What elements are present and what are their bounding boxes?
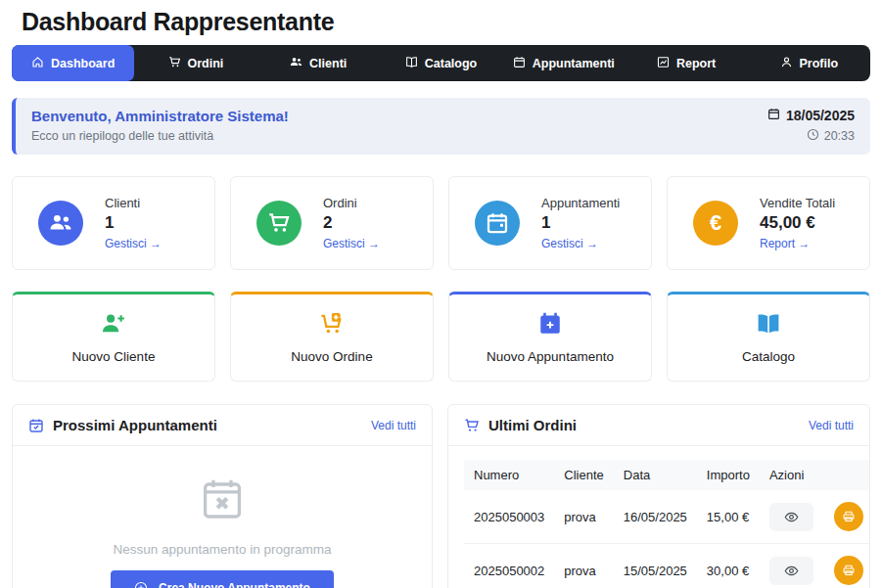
orders-table-wrap: Numero Cliente Data Importo Azioni 20250…	[448, 446, 869, 588]
nav-tab-profilo[interactable]: Profilo	[748, 45, 870, 81]
quick-actions-row: Nuovo Cliente Nuovo Ordine Nuovo Appunta…	[12, 292, 870, 382]
cart-icon	[256, 201, 302, 246]
stat-card-ordini: Ordini 2 Gestisci →	[230, 176, 434, 270]
nav-tab-appuntamenti[interactable]: Appuntamenti	[502, 45, 625, 81]
people-icon	[290, 56, 302, 71]
stat-link-gestisci[interactable]: Gestisci →	[323, 237, 380, 250]
stat-value: 1	[541, 213, 620, 233]
page-title: Dashboard Rappresentante	[22, 8, 882, 36]
calendar-icon	[767, 108, 780, 123]
orders-panel-title: Ultimi Ordini	[464, 417, 577, 433]
col-azioni: Azioni	[760, 460, 870, 490]
stat-link-report[interactable]: Report →	[760, 237, 835, 250]
person-plus-icon	[101, 311, 126, 337]
order-row: 2025050002 prova 15/05/2025 30,00 €	[464, 544, 870, 588]
see-all-orders-link[interactable]: Vedi tutti	[809, 419, 854, 432]
order-data: 15/05/2025	[614, 544, 697, 588]
order-cliente: prova	[554, 544, 613, 588]
order-row: 2025050003 prova 16/05/2025 15,00 €	[464, 490, 870, 544]
panel-title-text: Ultimi Ordini	[488, 417, 577, 433]
cart-icon	[464, 418, 480, 433]
quick-label: Catalogo	[742, 349, 795, 364]
people-icon	[38, 201, 83, 246]
stat-value: 2	[323, 213, 380, 233]
order-numero: 2025050002	[464, 544, 554, 588]
cart-icon	[168, 56, 181, 71]
appointments-panel-header: Prossimi Appuntamenti Vedi tutti	[13, 405, 432, 446]
print-order-button[interactable]	[834, 556, 863, 585]
nav-tab-label: Clienti	[309, 57, 347, 70]
col-numero: Numero	[464, 460, 554, 490]
order-data: 16/05/2025	[614, 490, 697, 544]
orders-table-header-row: Numero Cliente Data Importo Azioni	[464, 460, 870, 490]
datetime-display: 18/05/2025 20:33	[767, 108, 855, 144]
col-data: Data	[614, 460, 697, 490]
quick-label: Nuovo Ordine	[291, 349, 372, 364]
view-order-button[interactable]	[769, 557, 813, 585]
stat-card-vendite: € Vendite Totali 45,00 € Report →	[667, 176, 870, 270]
stat-label: Appuntamenti	[541, 196, 620, 210]
create-appointment-button[interactable]: Crea Nuovo Appuntamento	[111, 570, 334, 588]
calendar-icon	[513, 56, 526, 71]
stat-value: 45,00 €	[760, 213, 835, 233]
order-cliente: prova	[554, 490, 613, 544]
orders-panel: Ultimi Ordini Vedi tutti Numero Cliente …	[447, 404, 870, 588]
quick-card-nuovo-cliente[interactable]: Nuovo Cliente	[12, 292, 215, 382]
print-order-button[interactable]	[834, 502, 863, 531]
clock-icon	[807, 128, 819, 144]
welcome-text: Benvenuto, Amministratore Sistema! Ecco …	[31, 108, 289, 144]
nav-tab-clienti[interactable]: Clienti	[257, 45, 380, 81]
orders-table: Numero Cliente Data Importo Azioni 20250…	[464, 460, 870, 588]
appointments-panel-title: Prossimi Appuntamenti	[28, 417, 217, 433]
calendar-icon	[475, 201, 520, 246]
quick-card-nuovo-appuntamento[interactable]: Nuovo Appuntamento	[448, 292, 652, 382]
dashboard-page: Dashboard Rappresentante Dashboard Ordin…	[0, 0, 882, 588]
stat-link-gestisci[interactable]: Gestisci →	[541, 237, 620, 250]
nav-tab-catalogo[interactable]: Catalogo	[380, 45, 502, 81]
printer-icon	[842, 510, 856, 523]
time-value: 20:33	[824, 129, 855, 143]
appointments-panel: Prossimi Appuntamenti Vedi tutti Nessun …	[12, 404, 433, 588]
nav-tab-label: Ordini	[188, 57, 224, 70]
col-cliente: Cliente	[554, 460, 613, 490]
cart-plus-icon	[319, 311, 345, 337]
order-actions	[769, 556, 870, 585]
nav-tab-dashboard[interactable]: Dashboard	[12, 45, 134, 81]
appointments-empty-state: Nessun appuntamento in programma Crea Nu…	[13, 446, 432, 588]
printer-icon	[842, 564, 856, 577]
stat-label: Vendite Totali	[760, 196, 835, 210]
person-icon	[780, 56, 793, 71]
home-icon	[31, 56, 44, 71]
see-all-appointments-link[interactable]: Vedi tutti	[371, 419, 416, 432]
calendar-check-icon	[28, 418, 44, 433]
nav-tab-ordini[interactable]: Ordini	[134, 45, 256, 81]
book-icon	[756, 311, 781, 337]
orders-panel-header: Ultimi Ordini Vedi tutti	[448, 405, 869, 446]
col-importo: Importo	[697, 460, 760, 490]
view-order-button[interactable]	[769, 503, 813, 531]
nav-tab-report[interactable]: Report	[625, 45, 747, 81]
nav-tab-label: Appuntamenti	[533, 57, 615, 70]
stat-link-gestisci[interactable]: Gestisci →	[105, 237, 162, 250]
quick-label: Nuovo Cliente	[72, 349, 156, 364]
stat-card-appuntamenti: Appuntamenti 1 Gestisci →	[448, 176, 652, 270]
stat-label: Ordini	[323, 196, 380, 210]
nav-tab-label: Profilo	[800, 57, 839, 70]
bottom-panels: Prossimi Appuntamenti Vedi tutti Nessun …	[12, 404, 870, 588]
date-display: 18/05/2025	[767, 108, 855, 123]
quick-card-nuovo-ordine[interactable]: Nuovo Ordine	[230, 292, 434, 382]
stat-value: 1	[105, 213, 162, 233]
empty-appointments-text: Nessun appuntamento in programma	[13, 542, 432, 557]
stats-row: Clienti 1 Gestisci → Ordini 2 Gestisci →…	[12, 176, 870, 270]
eye-icon	[784, 564, 799, 578]
welcome-title: Benvenuto, Amministratore Sistema!	[31, 108, 289, 124]
quick-card-catalogo[interactable]: Catalogo	[667, 292, 870, 382]
eye-icon	[784, 510, 799, 524]
order-importo: 15,00 €	[697, 490, 760, 544]
welcome-banner: Benvenuto, Amministratore Sistema! Ecco …	[12, 98, 870, 155]
order-numero: 2025050003	[464, 490, 554, 544]
calendar-plus-icon	[537, 311, 563, 337]
welcome-subtitle: Ecco un riepilogo delle tue attività	[31, 129, 289, 143]
quick-label: Nuovo Appuntamento	[487, 349, 614, 364]
order-actions	[769, 502, 870, 531]
